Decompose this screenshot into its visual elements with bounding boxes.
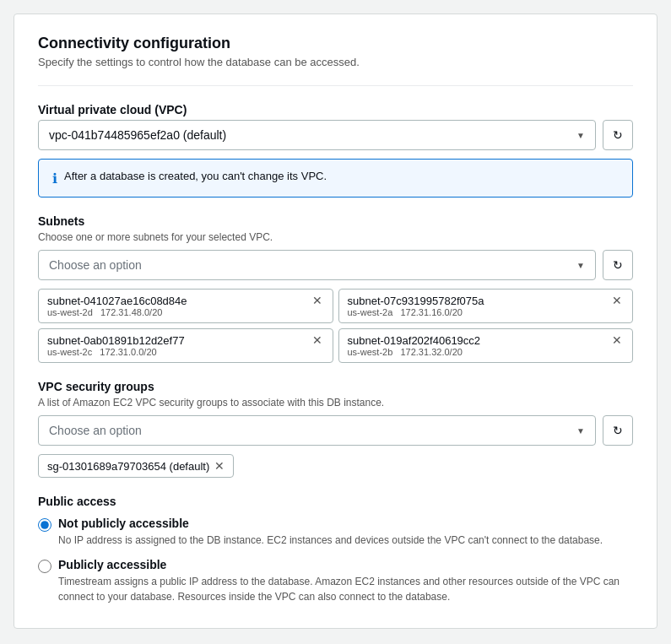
subnets-select-row: Choose an option ▼ ↻: [38, 250, 633, 280]
sg-sublabel: A list of Amazon EC2 VPC security groups…: [38, 397, 633, 409]
subnet-id-1: subnet-07c931995782f075a: [348, 295, 484, 307]
not-public-label[interactable]: Not publicly accessible: [58, 517, 189, 530]
vpc-select-row: vpc-041b74485965ef2a0 (default) ▼ ↻: [38, 120, 633, 150]
subnets-select[interactable]: Choose an option ▼: [38, 250, 596, 280]
sg-chevron-icon: ▼: [576, 426, 585, 436]
public-label[interactable]: Publicly accessible: [58, 558, 166, 571]
radio-option-public: Publicly accessible Timestream assigns a…: [38, 558, 633, 604]
sg-select-row: Choose an option ▼ ↻: [38, 415, 633, 446]
subnets-label: Subnets: [38, 214, 633, 228]
subnet-remove-3[interactable]: ✕: [610, 334, 624, 346]
subnet-tag-3: subnet-019af202f40619cc2 us-west-2b 172.…: [338, 328, 634, 363]
subnets-chevron-icon: ▼: [576, 261, 585, 270]
not-public-desc: No IP address is assigned to the DB inst…: [58, 533, 603, 548]
subnet-id-3: subnet-019af202f40619cc2: [348, 334, 481, 347]
radio-option-not-public: Not publicly accessible No IP address is…: [38, 517, 633, 548]
subnets-placeholder: Choose an option: [49, 258, 142, 272]
vpc-section: Virtual private cloud (VPC) vpc-041b7448…: [38, 103, 633, 198]
subnets-grid: subnet-041027ae16c08d84e us-west-2d 172.…: [38, 289, 633, 363]
subnets-sublabel: Choose one or more subnets for your sele…: [38, 231, 633, 243]
subnet-meta-2: us-west-2c 172.31.0.0/20: [47, 347, 185, 357]
subnet-tag-2: subnet-0ab01891b12d2ef77 us-west-2c 172.…: [38, 328, 333, 363]
sg-select[interactable]: Choose an option ▼: [38, 415, 596, 446]
vpc-selected-value: vpc-041b74485965ef2a0 (default): [49, 128, 226, 142]
subnets-refresh-button[interactable]: ↻: [603, 250, 633, 280]
public-desc: Timestream assigns a public IP address t…: [58, 574, 633, 604]
subnet-id-0: subnet-041027ae16c08d84e: [47, 295, 187, 307]
public-access-section: Public access Not publicly accessible No…: [38, 495, 633, 604]
subnet-meta-0: us-west-2d 172.31.48.0/20: [47, 307, 187, 317]
vpc-refresh-button[interactable]: ↻: [603, 120, 633, 150]
security-groups-section: VPC security groups A list of Amazon EC2…: [38, 380, 633, 478]
subnet-remove-1[interactable]: ✕: [610, 295, 624, 306]
subnets-section: Subnets Choose one or more subnets for y…: [38, 214, 633, 363]
subnet-meta-1: us-west-2a 172.31.16.0/20: [348, 307, 484, 317]
section-title: Connectivity configuration: [38, 35, 633, 52]
connectivity-configuration-card: Connectivity configuration Specify the s…: [14, 14, 657, 629]
info-icon: ℹ: [52, 170, 57, 187]
subnet-tag-0: subnet-041027ae16c08d84e us-west-2d 172.…: [38, 289, 333, 323]
sg-placeholder: Choose an option: [49, 424, 142, 437]
subnet-remove-0[interactable]: ✕: [311, 295, 324, 306]
vpc-chevron-icon: ▼: [576, 131, 585, 140]
sg-remove-0[interactable]: ✕: [214, 459, 225, 473]
vpc-info-box: ℹ After a database is created, you can't…: [38, 159, 633, 198]
sg-label: VPC security groups: [38, 380, 633, 393]
sg-refresh-button[interactable]: ↻: [603, 415, 633, 446]
divider-1: [38, 85, 633, 86]
sg-tag-0: sg-01301689a79703654 (default) ✕: [38, 454, 234, 478]
vpc-label: Virtual private cloud (VPC): [38, 103, 633, 116]
subnet-tag-1: subnet-07c931995782f075a us-west-2a 172.…: [338, 289, 634, 323]
subnet-id-2: subnet-0ab01891b12d2ef77: [47, 334, 185, 347]
public-access-label: Public access: [38, 495, 633, 508]
public-radio[interactable]: [38, 560, 51, 573]
vpc-select[interactable]: vpc-041b74485965ef2a0 (default) ▼: [38, 120, 596, 150]
sg-tags-container: sg-01301689a79703654 (default) ✕: [38, 454, 633, 478]
public-access-radio-group: Not publicly accessible No IP address is…: [38, 517, 633, 604]
subnet-meta-3: us-west-2b 172.31.32.0/20: [348, 347, 481, 357]
not-public-radio[interactable]: [38, 518, 51, 532]
section-description: Specify the settings to control how the …: [38, 56, 633, 68]
sg-id-0: sg-01301689a79703654 (default): [47, 460, 209, 473]
vpc-info-text: After a database is created, you can't c…: [64, 170, 327, 182]
subnet-remove-2[interactable]: ✕: [311, 334, 324, 346]
